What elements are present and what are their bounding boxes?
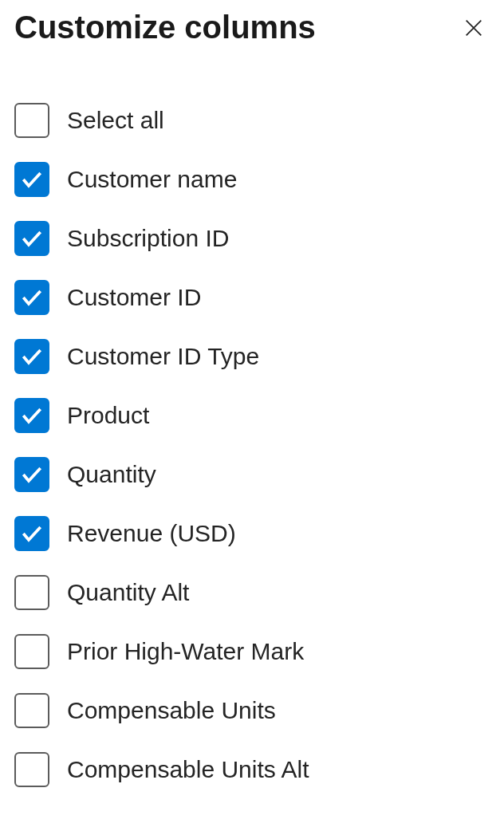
checkmark-icon <box>19 167 45 192</box>
checkmark-icon <box>19 285 45 310</box>
checkbox-row-select-all[interactable]: Select all <box>14 103 490 138</box>
checkbox-label: Revenue (USD) <box>67 520 236 547</box>
checkbox-row-revenue[interactable]: Revenue (USD) <box>14 516 490 551</box>
checkbox-label: Product <box>67 402 149 429</box>
checkbox-input[interactable] <box>14 339 49 374</box>
checkbox-row-quantity-alt[interactable]: Quantity Alt <box>14 575 490 610</box>
checkbox-input[interactable] <box>14 516 49 551</box>
checkbox-row-customer-id[interactable]: Customer ID <box>14 280 490 315</box>
checkmark-icon <box>19 344 45 369</box>
checkmark-icon <box>19 521 45 546</box>
checkbox-label: Compensable Units Alt <box>67 756 309 783</box>
checkbox-input[interactable] <box>14 280 49 315</box>
checkbox-row-customer-name[interactable]: Customer name <box>14 162 490 197</box>
checkbox-label: Customer ID Type <box>67 343 259 370</box>
checkbox-label: Quantity <box>67 461 156 488</box>
checkbox-input[interactable] <box>14 752 49 787</box>
checkmark-icon <box>19 462 45 487</box>
checkbox-input[interactable] <box>14 221 49 256</box>
checkbox-input[interactable] <box>14 634 49 669</box>
checkbox-input[interactable] <box>14 103 49 138</box>
checkbox-input[interactable] <box>14 575 49 610</box>
checkmark-icon <box>19 226 45 251</box>
checkbox-input[interactable] <box>14 398 49 433</box>
close-button[interactable] <box>458 12 490 44</box>
checkbox-row-compensable-units[interactable]: Compensable Units <box>14 693 490 728</box>
checkbox-row-quantity[interactable]: Quantity <box>14 457 490 492</box>
close-icon <box>463 17 485 39</box>
checkbox-label: Customer ID <box>67 284 201 311</box>
checkbox-label: Compensable Units <box>67 697 276 724</box>
checkbox-label: Prior High-Water Mark <box>67 638 304 665</box>
checkmark-icon <box>19 403 45 428</box>
checkbox-label: Quantity Alt <box>67 579 189 606</box>
checkbox-label: Select all <box>67 107 164 134</box>
checkbox-row-subscription-id[interactable]: Subscription ID <box>14 221 490 256</box>
checkbox-row-prior-high-water-mark[interactable]: Prior High-Water Mark <box>14 634 490 669</box>
checkbox-row-customer-id-type[interactable]: Customer ID Type <box>14 339 490 374</box>
panel-header: Customize columns <box>14 10 490 45</box>
checkbox-input[interactable] <box>14 162 49 197</box>
checkbox-list: Select all Customer name Subscription ID… <box>14 103 490 787</box>
checkbox-input[interactable] <box>14 457 49 492</box>
checkbox-input[interactable] <box>14 693 49 728</box>
checkbox-label: Subscription ID <box>67 225 229 252</box>
checkbox-row-product[interactable]: Product <box>14 398 490 433</box>
checkbox-label: Customer name <box>67 166 237 193</box>
panel-title: Customize columns <box>14 10 316 45</box>
checkbox-row-compensable-units-alt[interactable]: Compensable Units Alt <box>14 752 490 787</box>
